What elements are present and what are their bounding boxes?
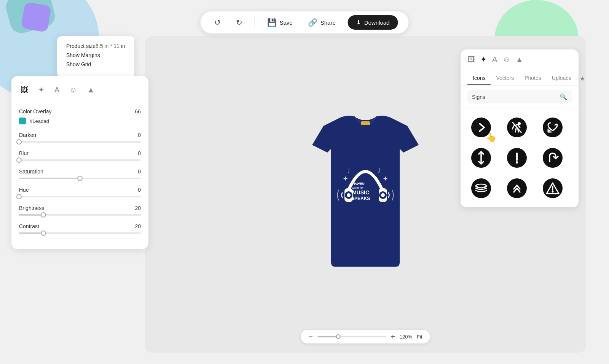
redo-icon: ↻	[236, 18, 242, 27]
saturation-value: 0	[138, 168, 141, 175]
icon-download-arrow[interactable]	[539, 114, 566, 141]
show-margins-label: Show Margins	[66, 52, 100, 58]
contrast-slider-row: Contrast 20	[19, 223, 141, 234]
contrast-value: 20	[135, 223, 141, 229]
product-size-value: 8.5 in * 11 in	[96, 43, 125, 49]
download-button[interactable]: ⬇ Download	[348, 15, 398, 30]
share-button[interactable]: 🔗 Share	[305, 16, 339, 29]
svg-text:✦: ✦	[383, 175, 388, 183]
svg-rect-14	[361, 121, 370, 125]
search-input-wrap: 🔍	[467, 90, 572, 103]
left-panel-content: Color Overlay 66 #1eadad Darken 0 Blur	[11, 108, 148, 234]
left-panel-tabs: 🖼 ✦ A ☺ ▲	[11, 84, 148, 102]
color-overlay-value: 66	[135, 108, 141, 114]
tshirt-svg: ✦ ✦ ∫ ∫ WHEN words fail MUSIC	[301, 114, 430, 274]
icon-up-arrows[interactable]	[503, 175, 531, 202]
show-grid-row[interactable]: Show Grid	[66, 61, 125, 67]
tab-image[interactable]: 🖼	[19, 84, 30, 96]
download-label: Download	[364, 19, 390, 26]
tab-text[interactable]: A	[53, 84, 61, 96]
contrast-track[interactable]	[19, 232, 141, 234]
brightness-label: Brightness	[19, 205, 44, 211]
left-panel: 🖼 ✦ A ☺ ▲ Color Overlay 66 #1eadad Darke…	[11, 76, 148, 249]
hue-label: Hue	[19, 187, 29, 193]
search-icon[interactable]: 🔍	[560, 93, 567, 100]
zoom-out-button[interactable]: −	[308, 333, 313, 340]
saturation-label: Saturation	[19, 168, 43, 175]
hue-value: 0	[138, 187, 141, 193]
contrast-label: Contrast	[19, 223, 39, 229]
tab-emoji[interactable]: ☺	[68, 84, 78, 96]
color-overlay-label: Color Overlay	[19, 108, 52, 114]
tab-photos[interactable]: Photos	[519, 72, 547, 85]
search-input[interactable]	[472, 94, 556, 100]
share-icon: 🔗	[308, 18, 317, 27]
tab-shape[interactable]: ▲	[86, 84, 96, 96]
save-label: Save	[280, 19, 293, 26]
svg-text:✦: ✦	[343, 175, 348, 183]
svg-point-7	[347, 193, 351, 197]
icon-chevron-right[interactable]: 👆	[467, 114, 495, 141]
icon-u-turn[interactable]	[539, 144, 566, 172]
zoom-bar: − + 120% Fit	[301, 330, 430, 343]
svg-text:WHEN: WHEN	[354, 182, 365, 186]
redo-button[interactable]: ↻	[233, 16, 246, 29]
icon-layers[interactable]	[467, 175, 495, 202]
darken-label: Darken	[19, 132, 36, 138]
saturation-slider-row: Saturation 0	[19, 168, 141, 179]
color-swatch-row: #1eadad	[19, 118, 141, 124]
color-hex-label: #1eadad	[30, 118, 49, 124]
icon-up-down[interactable]	[467, 144, 495, 172]
right-tab-image[interactable]: 🖼	[467, 55, 475, 64]
color-overlay-slider-row: Color Overlay 66 #1eadad	[19, 108, 141, 124]
tab-uploads[interactable]: Uploads	[547, 72, 577, 85]
top-toolbar: ↺ ↻ 💾 Save 🔗 Share ⬇ Download	[201, 11, 409, 33]
favorites-icon[interactable]: ★	[577, 72, 588, 85]
share-label: Share	[320, 19, 336, 26]
toolbar-divider	[255, 17, 255, 28]
icon-exclamation[interactable]	[503, 144, 531, 172]
svg-point-23	[516, 161, 518, 164]
zoom-fill	[317, 336, 338, 337]
show-grid-label: Show Grid	[66, 61, 91, 67]
icons-grid: 👆	[461, 108, 579, 207]
svg-text:SPEAKS: SPEAKS	[351, 196, 370, 201]
hue-track[interactable]	[19, 196, 141, 197]
svg-text:MUSIC: MUSIC	[352, 189, 369, 196]
blur-track[interactable]	[19, 159, 141, 161]
right-panel: 🖼 ✦ A ☺ ▲ Icons Vectors Photos Uploads ★…	[461, 49, 579, 207]
icon-warning[interactable]	[539, 175, 566, 202]
zoom-thumb	[336, 334, 340, 339]
tshirt-container[interactable]: ✦ ✦ ∫ ∫ WHEN words fail MUSIC	[301, 114, 430, 274]
product-size-label: Product size	[66, 43, 96, 49]
tab-magic[interactable]: ✦	[37, 84, 46, 96]
blur-value: 0	[138, 150, 141, 156]
tab-icons[interactable]: Icons	[467, 72, 491, 85]
zoom-track[interactable]	[317, 336, 386, 337]
zoom-fit-button[interactable]: Fit	[417, 334, 422, 340]
zoom-in-button[interactable]: +	[391, 333, 395, 340]
right-tab-emoji[interactable]: ☺	[502, 55, 510, 64]
show-margins-row[interactable]: Show Margins	[66, 52, 125, 58]
blur-slider-row: Blur 0	[19, 150, 141, 161]
tab-vectors[interactable]: Vectors	[491, 72, 519, 85]
right-tab-shape[interactable]: ▲	[516, 55, 523, 64]
zoom-value: 120%	[400, 334, 412, 340]
right-tab-text[interactable]: A	[492, 55, 497, 64]
undo-button[interactable]: ↺	[211, 16, 224, 29]
blur-label: Blur	[19, 150, 29, 156]
bg-shape-purple-top	[21, 2, 51, 32]
saturation-track[interactable]	[19, 178, 141, 179]
svg-point-9	[381, 193, 385, 197]
svg-point-30	[552, 191, 554, 193]
color-swatch[interactable]	[19, 118, 26, 124]
right-tab-magic[interactable]: ✦	[480, 55, 487, 64]
brightness-track[interactable]	[19, 214, 141, 216]
icon-no-pedestrian[interactable]	[503, 114, 531, 141]
product-size-row: Product size 8.5 in * 11 in	[66, 43, 125, 49]
svg-text:words fail: words fail	[352, 186, 363, 189]
darken-track[interactable]	[19, 141, 141, 143]
product-popup: Product size 8.5 in * 11 in Show Margins…	[57, 36, 134, 77]
svg-point-19	[543, 118, 563, 137]
save-button[interactable]: 💾 Save	[264, 16, 296, 29]
